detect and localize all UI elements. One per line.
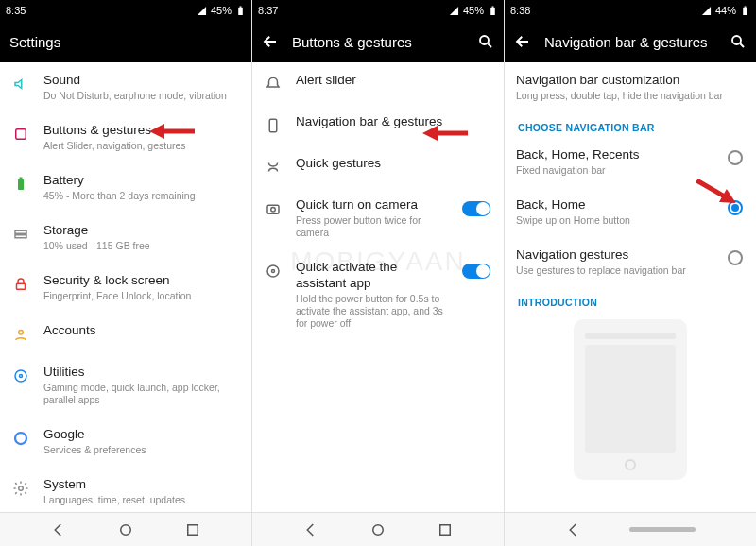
- row-label: Quick turn on camera: [296, 197, 449, 213]
- row-quick-camera[interactable]: Quick turn on cameraPress power button t…: [252, 187, 504, 249]
- sound-icon: [11, 75, 30, 94]
- row-label: Buttons & gestures: [43, 123, 238, 139]
- nav-recents-icon[interactable]: [437, 521, 454, 538]
- row-label: Navigation gestures: [516, 247, 714, 264]
- row-system[interactable]: SystemLanguages, time, reset, updates: [0, 467, 251, 512]
- option-navigation-gestures[interactable]: Navigation gesturesUse gestures to repla…: [505, 237, 756, 287]
- battery-pct: 45%: [211, 5, 232, 16]
- row-battery[interactable]: Battery45% - More than 2 days remaining: [0, 162, 251, 213]
- search-icon[interactable]: [730, 33, 747, 50]
- row-label: Alert slider: [296, 73, 490, 89]
- header: Settings: [0, 21, 251, 62]
- phone-illustration: [574, 319, 687, 480]
- row-sub: Hold the power button for 0.5s to activa…: [296, 293, 449, 330]
- nav-recents-icon[interactable]: [184, 521, 201, 538]
- nav-back-icon[interactable]: [302, 521, 319, 538]
- svg-point-8: [19, 331, 24, 335]
- row-sub: Press power button twice for camera: [296, 214, 449, 239]
- row-buttons-gestures[interactable]: Buttons & gesturesAlert Slider, navigati…: [0, 112, 251, 162]
- row-quick-assistant[interactable]: Quick activate the assistant appHold the…: [252, 249, 504, 340]
- svg-rect-25: [440, 524, 451, 535]
- row-accounts[interactable]: Accounts: [0, 313, 251, 354]
- system-icon: [11, 479, 30, 498]
- signal-icon: [449, 6, 459, 16]
- row-sub: Swipe up on Home button: [516, 214, 714, 227]
- option-back-home-recents[interactable]: Back, Home, RecentsFixed navigation bar: [505, 137, 756, 187]
- row-label: Sound: [43, 73, 238, 89]
- row-label: Quick gestures: [296, 156, 490, 172]
- nav-home-icon[interactable]: [369, 521, 387, 538]
- row-sub: Services & preferences: [43, 444, 238, 456]
- nav-bar: [505, 512, 756, 546]
- alert-slider-icon: [264, 75, 283, 94]
- nav-bar: [252, 512, 504, 546]
- buttons-list[interactable]: Alert slider Navigation bar & gestures Q…: [252, 62, 504, 512]
- svg-point-14: [121, 524, 131, 535]
- nav-bar: [0, 512, 251, 546]
- row-navbar-gestures[interactable]: Navigation bar & gestures: [252, 104, 504, 145]
- signal-icon: [701, 6, 712, 16]
- nav-back-icon[interactable]: [565, 521, 582, 538]
- gesture-icon: [264, 158, 283, 177]
- search-icon[interactable]: [477, 33, 494, 50]
- row-label: Google: [43, 427, 238, 443]
- row-label: System: [43, 477, 238, 493]
- radio-navigation-gestures[interactable]: [728, 250, 743, 265]
- row-alert-slider[interactable]: Alert slider: [252, 62, 504, 104]
- nav-home-icon[interactable]: [117, 521, 134, 538]
- svg-point-22: [267, 265, 279, 277]
- row-google[interactable]: GoogleServices & preferences: [0, 417, 251, 467]
- row-label: Navigation bar & gestures: [296, 114, 490, 130]
- panel-buttons-gestures: 8:37 45% Buttons & gestures Alert slider…: [252, 0, 505, 546]
- toggle-quick-assistant[interactable]: [462, 264, 490, 279]
- assistant-icon: [264, 262, 283, 281]
- svg-rect-7: [17, 283, 26, 289]
- header: Navigation bar & gestures: [505, 21, 756, 62]
- row-label: Back, Home: [516, 197, 714, 213]
- svg-rect-20: [267, 205, 279, 213]
- svg-rect-27: [745, 6, 747, 7]
- buttons-icon: [11, 125, 30, 144]
- svg-rect-16: [490, 7, 495, 14]
- nav-back-icon[interactable]: [50, 521, 67, 538]
- toggle-quick-camera[interactable]: [462, 201, 490, 216]
- back-icon[interactable]: [514, 33, 531, 50]
- section-introduction: INTRODUCTION: [505, 287, 756, 312]
- battery-row-icon: [11, 175, 30, 194]
- option-back-home[interactable]: Back, HomeSwipe up on Home button: [505, 187, 756, 237]
- row-sound[interactable]: SoundDo Not Disturb, earphone mode, vibr…: [0, 62, 251, 112]
- row-storage[interactable]: Storage10% used - 115 GB free: [0, 213, 251, 263]
- lock-icon: [11, 275, 30, 294]
- row-sub: Gaming mode, quick launch, app locker, p…: [43, 382, 238, 406]
- svg-rect-15: [188, 524, 198, 535]
- google-icon: [11, 429, 30, 448]
- row-sub: Fingerprint, Face Unlock, location: [43, 290, 238, 302]
- row-label: Navigation bar customization: [516, 73, 743, 89]
- row-quick-gestures[interactable]: Quick gestures: [252, 145, 504, 187]
- battery-icon: [740, 6, 750, 16]
- nav-home-pill[interactable]: [629, 527, 696, 532]
- utilities-icon: [11, 367, 30, 385]
- row-navbar-customization[interactable]: Navigation bar customizationLong press, …: [505, 62, 756, 112]
- radio-back-home-recents[interactable]: [728, 150, 743, 165]
- clock: 8:38: [510, 5, 530, 16]
- settings-list[interactable]: SoundDo Not Disturb, earphone mode, vibr…: [0, 62, 251, 512]
- svg-point-11: [15, 433, 26, 444]
- clock: 8:35: [6, 5, 26, 16]
- radio-back-home[interactable]: [728, 200, 743, 215]
- svg-rect-1: [240, 6, 242, 7]
- clock: 8:37: [258, 5, 278, 16]
- row-security[interactable]: Security & lock screenFingerprint, Face …: [0, 263, 251, 313]
- svg-point-24: [373, 524, 384, 535]
- svg-rect-4: [20, 178, 23, 179]
- back-icon[interactable]: [262, 33, 279, 50]
- row-utilities[interactable]: UtilitiesGaming mode, quick launch, app …: [0, 354, 251, 417]
- accounts-icon: [11, 325, 30, 344]
- svg-rect-17: [492, 6, 494, 7]
- page-title: Buttons & gestures: [292, 34, 464, 50]
- navbar-options-list[interactable]: Navigation bar customizationLong press, …: [505, 62, 756, 512]
- row-sub: Long press, double tap, hide the navigat…: [516, 90, 743, 102]
- row-sub: Alert Slider, navigation, gestures: [43, 140, 238, 152]
- svg-point-18: [480, 36, 489, 44]
- battery-icon: [235, 6, 246, 16]
